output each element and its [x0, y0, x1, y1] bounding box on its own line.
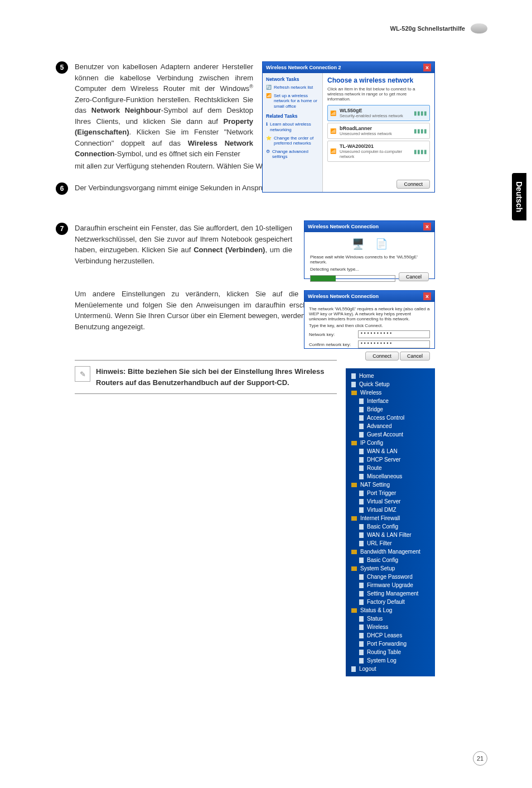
- close-icon[interactable]: ×: [423, 292, 431, 300]
- menu-item[interactable]: Change Password: [346, 573, 435, 581]
- menu-item[interactable]: Internet Firewall: [346, 514, 435, 522]
- menu-item[interactable]: Basic Config: [346, 522, 435, 531]
- learn-wireless[interactable]: ℹLearn about wireless networking: [266, 122, 319, 132]
- menu-item[interactable]: Firmware Upgrade: [346, 581, 435, 589]
- menu-item-label: Wireless: [367, 624, 388, 630]
- step-7-text: Daraufhin erscheint ein Fenster, das Sie…: [75, 223, 292, 266]
- connect-button[interactable]: Connect: [365, 352, 399, 361]
- menu-item[interactable]: Status & Log: [346, 606, 435, 614]
- menu-item-label: Bridge: [367, 406, 383, 412]
- change-advanced[interactable]: ⚙Change advanced settings: [266, 149, 319, 160]
- menu-item[interactable]: Miscellaneous: [346, 472, 435, 481]
- antenna-icon: 📶: [330, 128, 336, 134]
- menu-item[interactable]: Routing Table: [346, 648, 435, 656]
- menu-item-label: System Setup: [360, 565, 395, 571]
- network-name: WL550gE: [340, 108, 403, 113]
- document-icon: [359, 407, 364, 412]
- dialog3-titlebar: Wireless Network Connection ×: [304, 291, 434, 302]
- cancel-button[interactable]: Cancel: [399, 272, 429, 281]
- menu-item[interactable]: Virtual DMZ: [346, 506, 435, 514]
- menu-item-label: Routing Table: [367, 649, 401, 655]
- connecting-icons: 🖥️ 📄: [310, 238, 429, 250]
- menu-item[interactable]: Guest Account: [346, 430, 435, 439]
- menu-item[interactable]: Advanced: [346, 422, 435, 430]
- network-key-input[interactable]: ••••••••••: [358, 330, 430, 338]
- dialog2-title: Wireless Network Connection: [308, 224, 379, 229]
- choose-network-desc: Click an item in the list below to conne…: [327, 87, 430, 102]
- document-icon: [351, 373, 356, 379]
- antenna-icon: 📶: [330, 148, 336, 154]
- menu-item[interactable]: Status: [346, 614, 435, 623]
- menu-item[interactable]: Basic Config: [346, 556, 435, 564]
- menu-item[interactable]: Wireless: [346, 388, 435, 397]
- setup-wireless-network[interactable]: 📶Set up a wireless network for a home or…: [266, 93, 319, 109]
- dialog3-desc: The network 'WL550gE' requires a network…: [309, 306, 430, 321]
- menu-item[interactable]: System Setup: [346, 564, 435, 573]
- connect-button[interactable]: Connect: [396, 180, 430, 189]
- menu-item[interactable]: Wireless: [346, 623, 435, 631]
- document-icon: [359, 465, 364, 471]
- close-icon[interactable]: ×: [423, 223, 431, 230]
- menu-item-label: Bandwidth Management: [360, 549, 420, 555]
- menu-item-label: DHCP Leases: [367, 632, 402, 638]
- menu-item[interactable]: URL Filter: [346, 539, 435, 547]
- menu-item-label: Logout: [359, 666, 376, 672]
- progress-bar: [310, 275, 395, 282]
- confirm-key-input[interactable]: ••••••••••: [358, 340, 430, 348]
- menu-item[interactable]: Bandwidth Management: [346, 547, 435, 556]
- menu-item-label: Port Forwarding: [367, 641, 407, 647]
- dialog3-title: Wireless Network Connection: [308, 294, 379, 299]
- menu-item-label: IP Config: [360, 440, 383, 446]
- document-icon: [359, 541, 364, 546]
- menu-item[interactable]: Access Control: [346, 414, 435, 422]
- dialog1-sidebar: Network Tasks 🔄Refresh network list 📶Set…: [263, 73, 323, 192]
- document-icon: [359, 491, 364, 496]
- menu-item[interactable]: Quick Setup: [346, 380, 435, 388]
- menu-item[interactable]: Virtual Server: [346, 497, 435, 506]
- menu-item[interactable]: Home: [346, 372, 435, 380]
- menu-item-label: Setting Management: [367, 590, 418, 597]
- network-item[interactable]: 📶 TL-WA200/201 Unsecured computer-to-com…: [327, 141, 430, 162]
- menu-item-label: Status: [367, 616, 383, 622]
- menu-item[interactable]: System Log: [346, 656, 435, 665]
- signal-icon: ▮▮▮▮: [414, 128, 427, 134]
- document-icon: [359, 591, 364, 597]
- network-item[interactable]: 📶 WL550gE Security-enabled wireless netw…: [327, 105, 430, 121]
- menu-item[interactable]: Route: [346, 464, 435, 472]
- menu-item[interactable]: WAN & LAN Filter: [346, 531, 435, 539]
- menu-item[interactable]: WAN & LAN: [346, 447, 435, 455]
- network-tasks-header: Network Tasks: [266, 76, 319, 82]
- note-icon: ✎: [75, 366, 90, 382]
- step-6-text: Der Verbindungsvorgang nimmt einige Seku…: [75, 182, 292, 195]
- menu-item[interactable]: Bridge: [346, 405, 435, 414]
- menu-item[interactable]: NAT Setting: [346, 481, 435, 489]
- menu-item[interactable]: Setting Management: [346, 589, 435, 598]
- header-icon: [471, 23, 487, 33]
- note-box: ✎ Hinweis: Bitte beziehen Sie sich bei d…: [75, 360, 337, 394]
- menu-item-label: Access Control: [367, 415, 404, 421]
- document-icon: 📄: [375, 238, 388, 250]
- change-order[interactable]: ⭐Change the order of preferred networks: [266, 136, 319, 146]
- network-name: bRoadLanner: [340, 126, 392, 131]
- menu-item[interactable]: Factory Default: [346, 598, 435, 606]
- menu-item[interactable]: Logout: [346, 665, 435, 673]
- document-icon: [359, 398, 364, 404]
- folder-icon: [351, 550, 357, 554]
- menu-item-label: URL Filter: [367, 540, 392, 546]
- refresh-network-list[interactable]: 🔄Refresh network list: [266, 85, 319, 90]
- document-icon: [359, 616, 364, 622]
- menu-item[interactable]: Interface: [346, 397, 435, 405]
- document-icon: [359, 424, 364, 429]
- menu-item[interactable]: Port Trigger: [346, 489, 435, 497]
- cancel-button[interactable]: Cancel: [400, 352, 430, 361]
- network-icon: 🖥️: [352, 238, 364, 250]
- menu-item[interactable]: DHCP Leases: [346, 631, 435, 640]
- menu-item[interactable]: IP Config: [346, 439, 435, 447]
- close-icon[interactable]: ×: [423, 64, 431, 71]
- menu-item[interactable]: Port Forwarding: [346, 640, 435, 648]
- menu-item-label: Status & Log: [360, 607, 392, 613]
- menu-item-label: DHCP Server: [367, 457, 400, 463]
- menu-item-label: Internet Firewall: [360, 515, 400, 521]
- network-item[interactable]: 📶 bRoadLanner Unsecured wireless network…: [327, 123, 430, 139]
- menu-item[interactable]: DHCP Server: [346, 455, 435, 464]
